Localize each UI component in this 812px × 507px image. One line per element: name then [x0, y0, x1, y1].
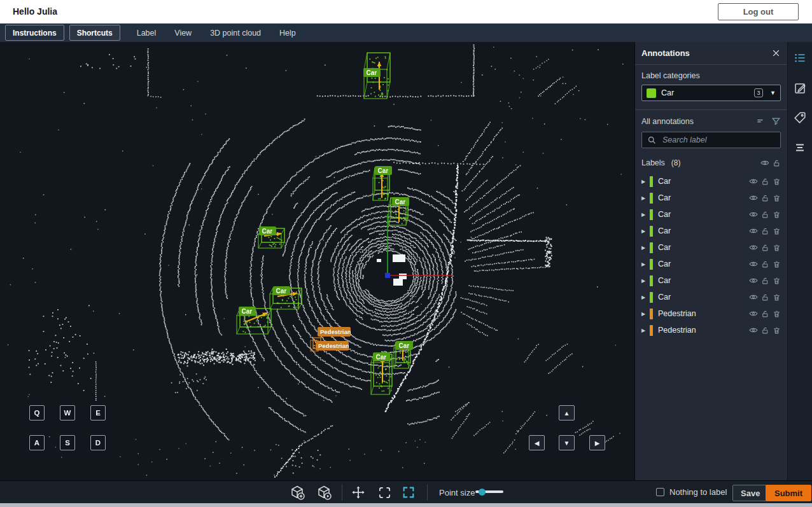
sort-icon[interactable] [755, 117, 766, 126]
cuboid-annotation[interactable]: Car [270, 286, 302, 309]
tag-icon[interactable] [793, 111, 807, 125]
expand-icon[interactable]: ▶ [641, 179, 650, 184]
trash-icon[interactable] [773, 244, 781, 252]
trash-icon[interactable] [773, 227, 781, 235]
visibility-eye-icon[interactable] [749, 276, 758, 285]
key-w-button[interactable]: W [60, 405, 75, 420]
key-q-button[interactable]: Q [29, 405, 45, 420]
visibility-eye-icon[interactable] [749, 260, 758, 268]
cuboid-annotation[interactable]: Car [373, 166, 392, 200]
annotation-label-badge[interactable]: Car [392, 197, 409, 206]
label-row[interactable]: ▶Pedestrian [641, 322, 781, 338]
pedestrian-label-badge[interactable]: Pedestrian [318, 327, 351, 337]
label-row[interactable]: ▶Car [641, 206, 781, 223]
expand-icon[interactable]: ▶ [641, 245, 650, 251]
trash-icon[interactable] [773, 326, 781, 335]
annotation-label-badge[interactable]: Car [239, 307, 256, 316]
key-e-button[interactable]: E [90, 405, 106, 420]
annotation-label-badge[interactable]: Car [373, 352, 390, 361]
label-row[interactable]: ▶Car [641, 272, 781, 289]
point-cloud-canvas-area[interactable]: CarCarCarCarCarCarCarCarPedestrianPedest… [0, 42, 634, 480]
search-box[interactable] [641, 132, 781, 148]
annotation-label-badge[interactable]: Car [363, 68, 381, 77]
annotation-label-badge[interactable]: Car [259, 226, 276, 235]
lock-icon[interactable] [761, 277, 769, 285]
point-size-slider[interactable] [475, 487, 503, 497]
trash-icon[interactable] [773, 310, 781, 318]
annotations-list-icon[interactable] [793, 51, 807, 65]
cuboid-annotation[interactable]: Car [237, 307, 271, 334]
trash-icon[interactable] [773, 211, 781, 219]
cuboid-annotation[interactable]: Car [371, 352, 392, 394]
expand-icon[interactable]: ▶ [641, 261, 650, 267]
cuboid-annotation[interactable]: Car [363, 53, 390, 99]
key-a-button[interactable]: A [29, 435, 45, 450]
label-row[interactable]: ▶Car [641, 289, 781, 305]
expand-icon[interactable]: ▶ [641, 311, 650, 317]
lock-icon[interactable] [761, 326, 769, 335]
instructions-button[interactable]: Instructions [5, 25, 64, 41]
slider-knob[interactable] [479, 489, 486, 496]
lock-icon[interactable] [761, 227, 769, 235]
menu-3d-point-cloud[interactable]: 3D point cloud [210, 29, 261, 38]
label-row[interactable]: ▶Car [641, 190, 781, 206]
label-row[interactable]: ▶Car [641, 223, 781, 239]
visibility-eye-icon[interactable] [749, 243, 758, 252]
trash-icon[interactable] [773, 177, 781, 186]
fullscreen-icon[interactable] [400, 485, 417, 500]
trash-icon[interactable] [773, 277, 781, 285]
lock-icon[interactable] [761, 244, 769, 252]
expand-icon[interactable]: ▶ [641, 228, 650, 234]
lock-icon[interactable] [761, 211, 769, 219]
expand-icon[interactable]: ▶ [641, 212, 650, 218]
label-row[interactable]: ▶Car [641, 239, 781, 256]
lock-icon[interactable] [761, 293, 769, 302]
cuboid-annotation[interactable]: Car [258, 226, 284, 248]
add-cuboid-icon[interactable] [288, 485, 306, 500]
label-row[interactable]: ▶Car [641, 173, 781, 190]
lock-icon[interactable] [761, 194, 769, 202]
submit-button[interactable]: Submit [766, 485, 811, 501]
annotation-label-badge[interactable]: Car [396, 341, 413, 350]
trash-icon[interactable] [773, 260, 781, 268]
menu-view[interactable]: View [174, 29, 192, 38]
pedestrian-label-badge[interactable]: Pedestrian [316, 341, 349, 351]
logout-button[interactable]: Log out [718, 3, 799, 20]
nav-down-button[interactable]: ▼ [559, 435, 575, 450]
fit-frame-icon[interactable] [375, 485, 393, 500]
visibility-eye-icon[interactable] [749, 326, 758, 335]
label-category-dropdown[interactable]: Car 3 ▼ [641, 85, 781, 101]
key-d-button[interactable]: D [90, 435, 106, 450]
expand-icon[interactable]: ▶ [641, 278, 650, 284]
visibility-eye-icon[interactable] [749, 177, 758, 186]
menu-help[interactable]: Help [279, 29, 296, 38]
expand-icon[interactable]: ▶ [641, 195, 650, 201]
cuboid-next-frame-icon[interactable] [315, 485, 333, 500]
cuboid-annotation[interactable]: Car [394, 341, 413, 368]
nothing-to-label-checkbox[interactable] [656, 488, 664, 496]
cuboid-annotation[interactable]: Car [389, 197, 409, 225]
trash-icon[interactable] [773, 194, 781, 202]
nav-up-button[interactable]: ▲ [559, 405, 575, 420]
annotation-label-badge[interactable]: Car [375, 166, 392, 175]
lock-icon[interactable] [761, 260, 769, 268]
annotation-label-badge[interactable]: Car [273, 286, 290, 295]
key-s-button[interactable]: S [60, 435, 75, 450]
menu-label[interactable]: Label [137, 29, 157, 38]
toggle-all-visibility-eye-icon[interactable] [760, 158, 769, 167]
move-icon[interactable] [349, 485, 367, 500]
visibility-eye-icon[interactable] [749, 226, 758, 235]
label-row[interactable]: ▶Pedestrian [641, 305, 781, 322]
nav-right-button[interactable]: ▶ [589, 435, 605, 450]
nav-left-button[interactable]: ◀ [529, 435, 545, 450]
label-row[interactable]: ▶Car [641, 256, 781, 272]
close-icon[interactable] [771, 48, 781, 58]
expand-icon[interactable]: ▶ [641, 328, 650, 333]
search-input[interactable] [661, 135, 775, 145]
lock-icon[interactable] [761, 177, 769, 186]
lock-icon[interactable] [761, 310, 769, 318]
expand-icon[interactable]: ▶ [641, 295, 650, 300]
trash-icon[interactable] [773, 293, 781, 302]
visibility-eye-icon[interactable] [749, 210, 758, 219]
edit-icon[interactable] [794, 81, 807, 95]
